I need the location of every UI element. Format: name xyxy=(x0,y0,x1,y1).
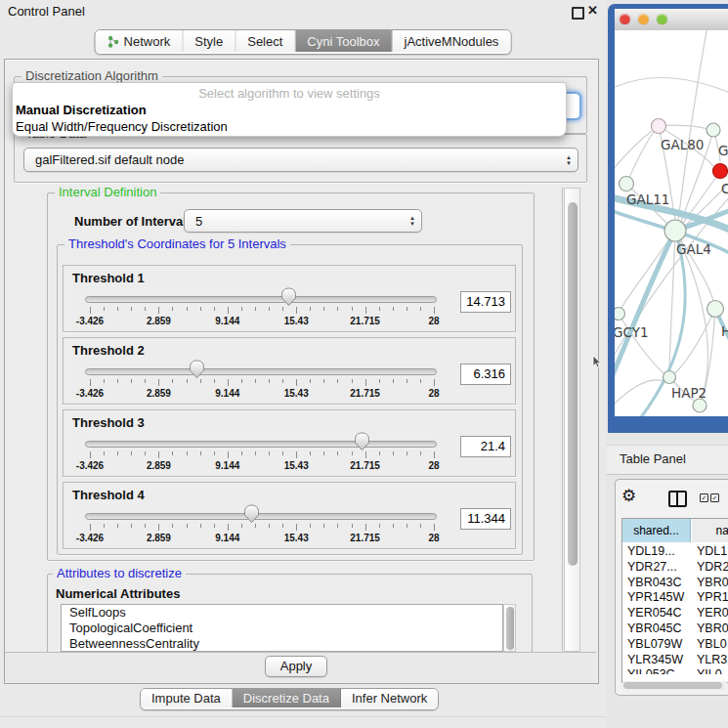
minimize-traffic-light[interactable] xyxy=(638,14,649,24)
network-node[interactable] xyxy=(615,308,625,321)
threshold-value-field-1[interactable]: 14.713 xyxy=(460,291,511,313)
cell-shared-name: YER054C xyxy=(627,606,682,620)
tick-label: 9.144 xyxy=(196,388,259,399)
attributes-scrollbar-thumb[interactable] xyxy=(506,607,514,650)
slider-thumb[interactable] xyxy=(354,432,370,451)
threshold-panel-2: Threshold 2-3.4262.8599.14415.4321.71528… xyxy=(63,337,516,405)
table-row[interactable]: YDL19...YDL1 xyxy=(622,543,728,559)
tick-label: 2.859 xyxy=(127,316,190,326)
network-node[interactable] xyxy=(713,164,728,179)
table-horizontal-scrollbar[interactable] xyxy=(622,681,727,690)
table-row[interactable]: YLR345WYLR3 xyxy=(622,652,728,667)
threshold-value-field-3[interactable]: 21.4 xyxy=(460,436,511,457)
threshold-value-field-2[interactable]: 6.316 xyxy=(460,364,511,385)
tab-style[interactable]: Style xyxy=(183,30,236,52)
table-data-combobox[interactable]: galFiltered.sif default node ▲▼ xyxy=(23,148,578,172)
threshold-label: Threshold 3 xyxy=(72,415,145,430)
cell-shared-name: YBR043C xyxy=(627,576,682,589)
tab-network[interactable]: Network xyxy=(96,30,184,52)
cell-name: YBR0 xyxy=(697,621,728,635)
checked-box-icon[interactable]: ✓ xyxy=(700,493,708,502)
attribute-item-betweennesscentrality[interactable]: BetweennessCentrality xyxy=(62,636,502,652)
discretization-algorithm-group-title: Discretization Algorithm xyxy=(21,69,162,82)
zoom-traffic-light[interactable] xyxy=(657,14,667,24)
attribute-item-topologicalcoefficient[interactable]: TopologicalCoefficient xyxy=(62,621,502,636)
network-node[interactable] xyxy=(664,371,676,384)
tab-discretize-data[interactable]: Discretize Data xyxy=(233,689,341,707)
tick-label: 15.43 xyxy=(265,316,327,326)
slider-track[interactable] xyxy=(85,368,437,375)
slider-track[interactable] xyxy=(85,296,437,303)
settings-scrollbar[interactable] xyxy=(564,188,580,652)
table-row[interactable]: YDR27...YDR2 xyxy=(622,559,728,575)
threshold-coordinates-group-title: Threshold's Coordinates for 5 Intervals xyxy=(64,237,290,250)
network-node[interactable] xyxy=(693,399,707,412)
network-edge[interactable] xyxy=(615,77,728,93)
attributes-list-scrollbar[interactable] xyxy=(503,604,516,652)
number-of-intervals-value: 5 xyxy=(185,214,404,229)
settings-scrollbar-thumb[interactable] xyxy=(568,202,578,566)
slider-track[interactable] xyxy=(85,441,437,448)
network-edge[interactable] xyxy=(626,132,654,184)
control-panel-title: Control Panel xyxy=(8,4,85,19)
table-row[interactable]: YBL079WYBL0 xyxy=(622,636,728,652)
network-node-label: GAL xyxy=(718,143,728,158)
network-node-label: H xyxy=(721,323,728,339)
table-row[interactable]: YBR045CYBR0 xyxy=(622,621,728,636)
tab-select[interactable]: Select xyxy=(236,30,295,52)
apply-button[interactable]: Apply xyxy=(265,656,327,677)
algorithm-dropdown-popup: Select algorithm to view settings Manual… xyxy=(12,82,567,137)
tick-label: -3.426 xyxy=(59,388,121,399)
split-columns-icon[interactable] xyxy=(668,491,687,507)
tick-label: -3.426 xyxy=(59,460,121,471)
tab-jactivemnodules[interactable]: jActiveMNodules xyxy=(393,30,511,52)
close-icon[interactable]: ✕ xyxy=(587,3,598,18)
cell-shared-name: YBR045C xyxy=(627,621,682,635)
table-header-name[interactable]: name xyxy=(692,519,728,542)
slider-ticks xyxy=(90,307,434,315)
slider-thumb[interactable] xyxy=(280,287,297,307)
close-traffic-light[interactable] xyxy=(620,14,630,24)
number-of-intervals-combobox[interactable]: 5 ▲▼ xyxy=(184,209,422,233)
table-row[interactable]: YER054CYER0 xyxy=(622,605,728,621)
tab-label: Network xyxy=(124,34,171,49)
threshold-label: Threshold 2 xyxy=(72,343,145,358)
top-tab-bar: NetworkStyleSelectCyni ToolboxjActiveMNo… xyxy=(95,29,512,55)
tab-cyni-toolbox[interactable]: Cyni Toolbox xyxy=(295,30,392,52)
tab-impute-data[interactable]: Impute Data xyxy=(141,689,233,707)
checked-box-icon[interactable]: ✓ xyxy=(710,493,719,502)
popup-placeholder-item: Select algorithm to view settings xyxy=(13,85,566,102)
popup-item-manual-discretization[interactable]: Manual Discretization xyxy=(13,102,566,118)
cell-name: YBR0 xyxy=(697,576,728,589)
tab-infer-network[interactable]: Infer Network xyxy=(341,689,438,707)
network-node[interactable] xyxy=(620,177,634,192)
network-window-titlebar[interactable] xyxy=(615,9,728,31)
cell-name: YLR3 xyxy=(697,653,727,666)
threshold-value-field-4[interactable]: 11.344 xyxy=(460,508,511,530)
table-hscrollbar-thumb[interactable] xyxy=(623,682,722,689)
slider-thumb[interactable] xyxy=(189,360,205,379)
tick-label: 2.859 xyxy=(127,533,190,543)
popup-item-equal-width-frequency-discretization[interactable]: Equal Width/Frequency Discretization xyxy=(13,118,566,135)
tick-label: 21.715 xyxy=(334,533,397,543)
float-window-icon[interactable] xyxy=(572,7,584,20)
slider-thumb[interactable] xyxy=(243,504,260,524)
network-node[interactable] xyxy=(652,119,666,134)
numerical-attributes-list[interactable]: SelfLoopsTopologicalCoefficientBetweenne… xyxy=(61,604,503,652)
table-row[interactable]: YBR043CYBR0 xyxy=(622,575,728,590)
network-edge-highlighted[interactable] xyxy=(615,231,675,384)
network-canvas[interactable]: GAL80GALCGAL11GAL4GCY1HHAP2 xyxy=(615,30,728,416)
table-row[interactable]: YPR145WYPR1 xyxy=(622,589,728,605)
network-node[interactable] xyxy=(707,123,720,137)
attributes-group-title: Attributes to discretize xyxy=(53,567,186,579)
gear-icon[interactable]: ⚙ xyxy=(621,487,636,506)
table-row[interactable]: YIL053CYIL0 xyxy=(622,666,728,674)
network-node[interactable] xyxy=(664,220,686,241)
slider-track[interactable] xyxy=(85,513,437,520)
network-edge[interactable] xyxy=(669,231,675,370)
network-node[interactable] xyxy=(707,301,724,318)
table-header-shared-name[interactable]: shared... xyxy=(622,519,691,542)
attribute-item-selfloops[interactable]: SelfLoops xyxy=(62,605,502,621)
cell-shared-name: YPR145W xyxy=(627,590,684,604)
screen: Control Panel ✕ NetworkStyleSelectCyni T… xyxy=(0,0,728,728)
